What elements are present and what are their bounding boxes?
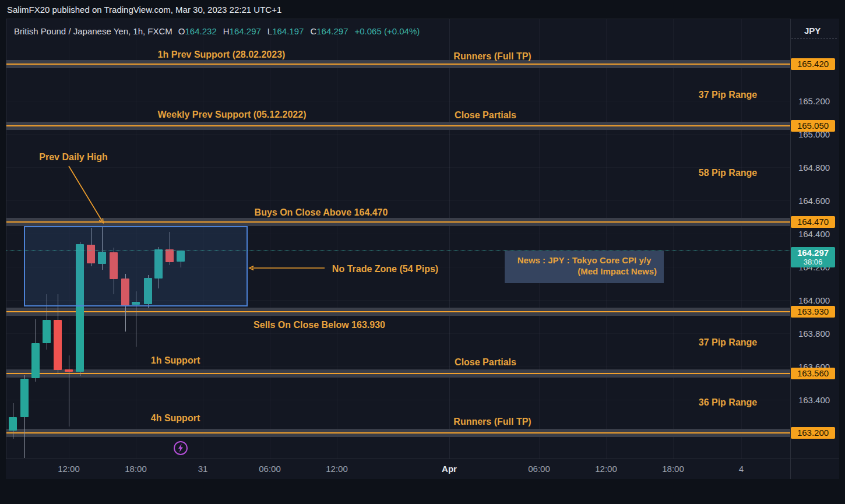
symbol-title: British Pound / Japanese Yen, 1h, FXCM [14, 26, 172, 36]
bar-countdown: 38:06 [791, 258, 835, 266]
ohlc-pair: H164.297 [223, 26, 261, 36]
axis-currency: JPY [804, 26, 821, 36]
ohlc-pair: C164.297 [310, 26, 348, 36]
change-value: +0.065 (+0.04%) [354, 26, 420, 36]
axis-divider [791, 38, 837, 39]
time-axis[interactable] [6, 459, 839, 479]
arrow-annotations [0, 0, 845, 504]
tradingview-snapshot: SalimFX20 published on TradingView.com, … [0, 0, 845, 504]
current-price-label: 164.297 38:06 [791, 247, 835, 267]
ohlc-pair: O164.232 [178, 26, 217, 36]
ohlc-pair: L164.197 [267, 26, 304, 36]
current-price-value: 164.297 [791, 248, 835, 258]
price-axis[interactable] [790, 19, 839, 459]
ohlc-values: O164.232H164.297L164.197C164.297 [178, 26, 355, 36]
symbol-legend[interactable]: British Pound / Japanese Yen, 1h, FXCMO1… [14, 26, 420, 36]
